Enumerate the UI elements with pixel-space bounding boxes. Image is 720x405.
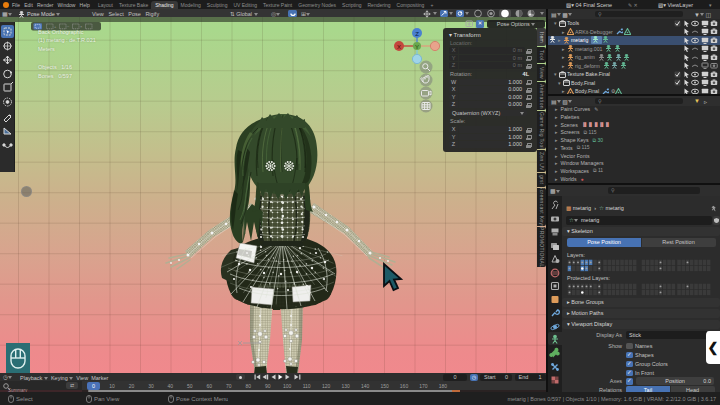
svg-text:Z: Z bbox=[415, 31, 419, 37]
svg-text:Pose Context Menu: Pose Context Menu bbox=[176, 396, 228, 402]
svg-text:Y: Y bbox=[415, 44, 419, 50]
svg-text:X: X bbox=[397, 44, 401, 50]
svg-text:Select: Select bbox=[16, 396, 33, 402]
svg-text:Pan View: Pan View bbox=[94, 396, 120, 402]
